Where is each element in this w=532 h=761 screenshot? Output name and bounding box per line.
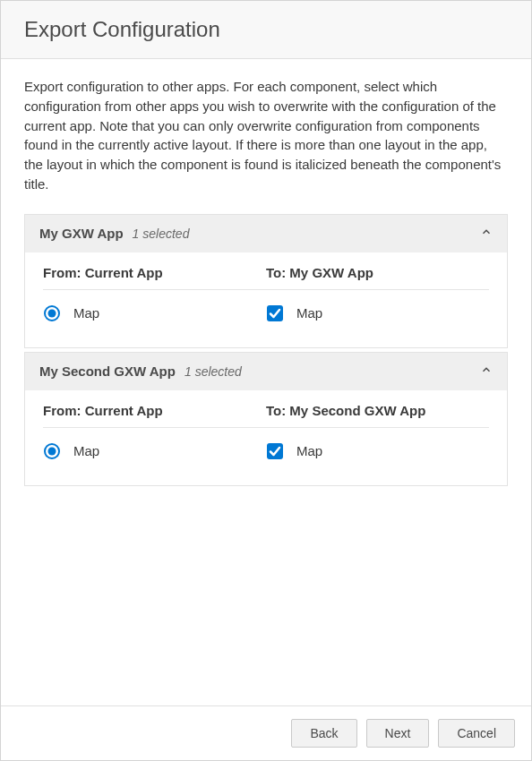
cancel-button[interactable]: Cancel <box>438 719 515 748</box>
from-cell: Map <box>43 304 266 322</box>
dialog-title: Export Configuration <box>24 17 508 42</box>
section-title: My GXW App <box>39 226 124 241</box>
columns-header: From: Current App To: My Second GXW App <box>43 403 489 428</box>
svg-point-4 <box>48 447 56 455</box>
to-item-label: Map <box>296 443 322 458</box>
svg-point-1 <box>48 309 56 317</box>
chevron-up-icon <box>480 363 493 380</box>
section-body: From: Current App To: My Second GXW App … <box>25 390 507 485</box>
dialog-header: Export Configuration <box>1 1 531 59</box>
component-row: Map Map <box>43 442 489 460</box>
svg-rect-2 <box>267 305 283 321</box>
section-header[interactable]: My GXW App 1 selected <box>25 215 507 252</box>
from-cell: Map <box>43 442 266 460</box>
app-section: My Second GXW App 1 selected From: Curre… <box>24 352 508 486</box>
svg-rect-5 <box>267 443 283 459</box>
radio-selected-icon[interactable] <box>43 304 61 322</box>
description-text: Export configuration to other apps. For … <box>24 77 508 194</box>
to-cell: Map <box>266 442 489 460</box>
to-cell: Map <box>266 304 489 322</box>
to-column-header: To: My GXW App <box>266 265 489 280</box>
radio-selected-icon[interactable] <box>43 442 61 460</box>
section-header[interactable]: My Second GXW App 1 selected <box>25 353 507 390</box>
app-section: My GXW App 1 selected From: Current App … <box>24 214 508 348</box>
from-item-label: Map <box>73 305 99 321</box>
chevron-up-icon <box>480 226 493 242</box>
next-button[interactable]: Next <box>366 719 430 748</box>
component-row: Map Map <box>43 304 489 322</box>
dialog-footer: Back Next Cancel <box>1 705 531 760</box>
section-body: From: Current App To: My GXW App Map Map <box>25 252 507 347</box>
section-count: 1 selected <box>184 364 480 379</box>
from-column-header: From: Current App <box>43 403 266 418</box>
columns-header: From: Current App To: My GXW App <box>43 265 489 290</box>
from-item-label: Map <box>73 443 99 458</box>
section-title: My Second GXW App <box>39 363 176 379</box>
to-item-label: Map <box>296 305 322 321</box>
to-column-header: To: My Second GXW App <box>266 403 489 418</box>
dialog-content: Export configuration to other apps. For … <box>1 59 531 705</box>
checkbox-checked-icon[interactable] <box>266 304 284 322</box>
from-column-header: From: Current App <box>43 265 266 280</box>
back-button[interactable]: Back <box>291 719 356 748</box>
checkbox-checked-icon[interactable] <box>266 442 284 460</box>
section-count: 1 selected <box>133 227 480 241</box>
